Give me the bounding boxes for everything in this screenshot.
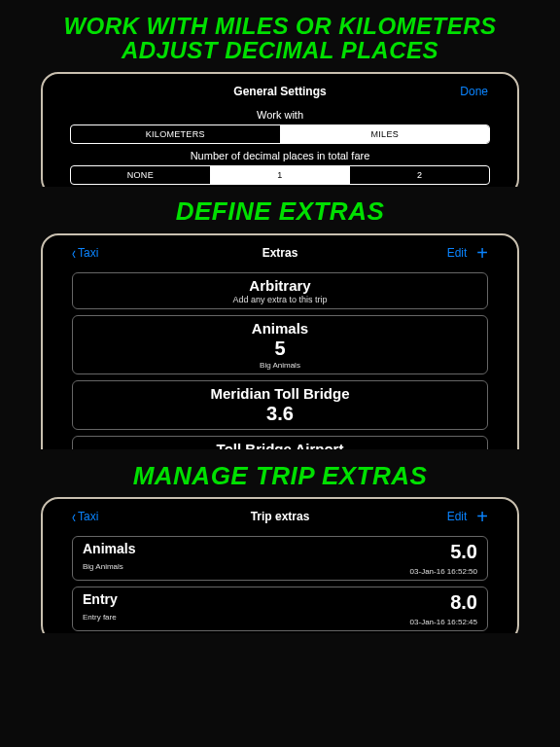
extra-value: 3.6 xyxy=(81,403,479,425)
extra-note: Big Animals xyxy=(81,361,479,370)
trip-value: 8.0 xyxy=(410,591,477,614)
trip-title: Animals xyxy=(83,541,135,556)
edit-button[interactable]: Edit xyxy=(447,246,468,260)
extra-title: Meridian Toll Bridge xyxy=(81,385,479,402)
work-with-segment[interactable]: KILOMETERS MILES xyxy=(70,124,490,144)
trip-sub: Big Animals xyxy=(83,562,135,571)
trip-row-entry[interactable]: Entry Entry fare 8.0 03-Jan-16 16:52:45 xyxy=(72,587,488,631)
extra-item-arbitrary[interactable]: Arbitrary Add any extra to this trip xyxy=(72,272,488,309)
extra-item-animals[interactable]: Animals 5 Big Animals xyxy=(72,315,488,374)
tablet-frame-trip: ‹ Taxi Trip extras Edit + Animals Big An… xyxy=(41,497,519,633)
extra-value: 5 xyxy=(81,338,479,360)
trip-value: 5.0 xyxy=(410,541,477,563)
extra-sub: Add any extra to this trip xyxy=(81,295,479,304)
headline-line2: ADJUST DECIMAL PLACES xyxy=(0,38,560,62)
trip-sub: Entry fare xyxy=(83,613,118,622)
segment-1[interactable]: 1 xyxy=(211,166,351,184)
trip-row-animals[interactable]: Animals Big Animals 5.0 03-Jan-16 16:52:… xyxy=(72,536,488,581)
decimal-label: Number of decimal places in total fare xyxy=(68,150,492,161)
decimal-segment[interactable]: NONE 1 2 xyxy=(70,165,490,185)
edit-button[interactable]: Edit xyxy=(447,510,468,523)
extra-item-meridian[interactable]: Meridian Toll Bridge 3.6 xyxy=(72,380,488,430)
extra-title: Toll Bridge Airport xyxy=(81,441,479,449)
chevron-left-icon: ‹ xyxy=(72,241,76,263)
done-button[interactable]: Done xyxy=(460,85,488,98)
tablet-frame-settings: General Settings Done Work with KILOMETE… xyxy=(41,72,519,187)
back-button-extras[interactable]: ‹ Taxi xyxy=(72,246,98,260)
segment-2[interactable]: 2 xyxy=(350,166,489,184)
segment-kilometers[interactable]: KILOMETERS xyxy=(71,125,281,143)
navbar-trip: ‹ Taxi Trip extras Edit + xyxy=(68,503,492,530)
back-label: Taxi xyxy=(78,246,98,260)
plus-icon[interactable]: + xyxy=(476,243,488,263)
extra-item-airport[interactable]: Toll Bridge Airport 2.5 xyxy=(72,436,488,449)
trip-date: 03-Jan-16 16:52:45 xyxy=(410,618,477,626)
back-label: Taxi xyxy=(78,510,98,523)
headline-mid: DEFINE EXTRAS xyxy=(0,187,560,232)
trip-date: 03-Jan-16 16:52:50 xyxy=(410,567,477,576)
headline-line1: WORK WITH MILES OR KILOMETERS xyxy=(0,14,560,38)
headline-top: WORK WITH MILES OR KILOMETERS ADJUST DEC… xyxy=(0,0,560,72)
plus-icon[interactable]: + xyxy=(476,507,488,526)
segment-miles[interactable]: MILES xyxy=(281,125,490,143)
work-with-label: Work with xyxy=(68,109,492,121)
segment-none[interactable]: NONE xyxy=(71,166,211,184)
back-button-trip[interactable]: ‹ Taxi xyxy=(72,510,98,523)
navbar-settings: General Settings Done xyxy=(68,78,492,105)
extra-title: Animals xyxy=(81,320,479,337)
trip-title: Entry xyxy=(83,591,118,607)
tablet-frame-extras: ‹ Taxi Extras Edit + Arbitrary Add any e… xyxy=(41,233,519,449)
nav-title-settings: General Settings xyxy=(43,85,517,98)
extra-title: Arbitrary xyxy=(81,277,479,294)
navbar-extras: ‹ Taxi Extras Edit + xyxy=(68,239,492,267)
headline-bot: MANAGE TRIP EXTRAS xyxy=(0,449,560,497)
chevron-left-icon: ‹ xyxy=(72,506,76,527)
